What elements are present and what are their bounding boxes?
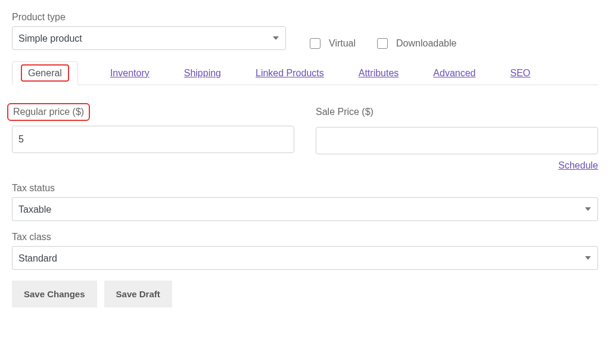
product-type-row: Simple product Virtual Downloadable <box>12 26 598 50</box>
button-row: Save Changes Save Draft <box>12 281 598 307</box>
tab-linked-products[interactable]: Linked Products <box>253 61 326 85</box>
schedule-link[interactable]: Schedule <box>558 160 598 171</box>
save-draft-button[interactable]: Save Draft <box>104 281 172 307</box>
tab-general-label: General <box>21 64 69 82</box>
downloadable-checkbox-item: Downloadable <box>377 38 456 49</box>
tab-general[interactable]: General <box>12 61 78 85</box>
product-data-panel: Product type Simple product Virtual Down… <box>12 12 598 307</box>
virtual-label: Virtual <box>329 38 356 49</box>
tab-shipping[interactable]: Shipping <box>182 61 223 85</box>
tab-inventory[interactable]: Inventory <box>108 61 152 85</box>
regular-price-label-highlight: Regular price ($) <box>7 103 90 121</box>
save-changes-button[interactable]: Save Changes <box>12 281 97 307</box>
downloadable-label: Downloadable <box>396 38 456 49</box>
product-tabs: General Inventory Shipping Linked Produc… <box>12 61 598 85</box>
sale-price-col: Sale Price ($) <box>316 103 598 154</box>
product-type-select[interactable]: Simple product <box>12 26 286 50</box>
tax-class-label: Tax class <box>12 232 598 242</box>
sale-price-input[interactable] <box>316 127 598 154</box>
sale-price-label: Sale Price ($) <box>316 107 598 117</box>
tax-status-label: Tax status <box>12 183 598 194</box>
tax-status-select-wrap: Taxable <box>12 197 598 221</box>
virtual-checkbox-item: Virtual <box>310 38 356 49</box>
virtual-checkbox[interactable] <box>310 38 320 49</box>
price-row: Regular price ($) Sale Price ($) <box>12 103 598 154</box>
regular-price-label: Regular price ($) <box>13 107 84 117</box>
regular-price-col: Regular price ($) <box>12 103 294 154</box>
tab-seo[interactable]: SEO <box>508 61 533 85</box>
tax-class-select[interactable]: Standard <box>12 246 598 270</box>
tab-advanced[interactable]: Advanced <box>431 61 478 85</box>
tax-class-select-wrap: Standard <box>12 246 598 270</box>
schedule-row: Schedule <box>12 160 598 171</box>
general-panel: Regular price ($) Sale Price ($) Schedul… <box>12 103 598 307</box>
product-type-checkboxes: Virtual Downloadable <box>310 38 456 49</box>
tax-status-select[interactable]: Taxable <box>12 197 598 221</box>
product-type-select-wrap: Simple product <box>12 26 286 50</box>
tab-attributes[interactable]: Attributes <box>356 61 402 85</box>
product-type-label: Product type <box>12 12 598 23</box>
regular-price-input[interactable] <box>12 126 294 153</box>
downloadable-checkbox[interactable] <box>377 38 388 49</box>
